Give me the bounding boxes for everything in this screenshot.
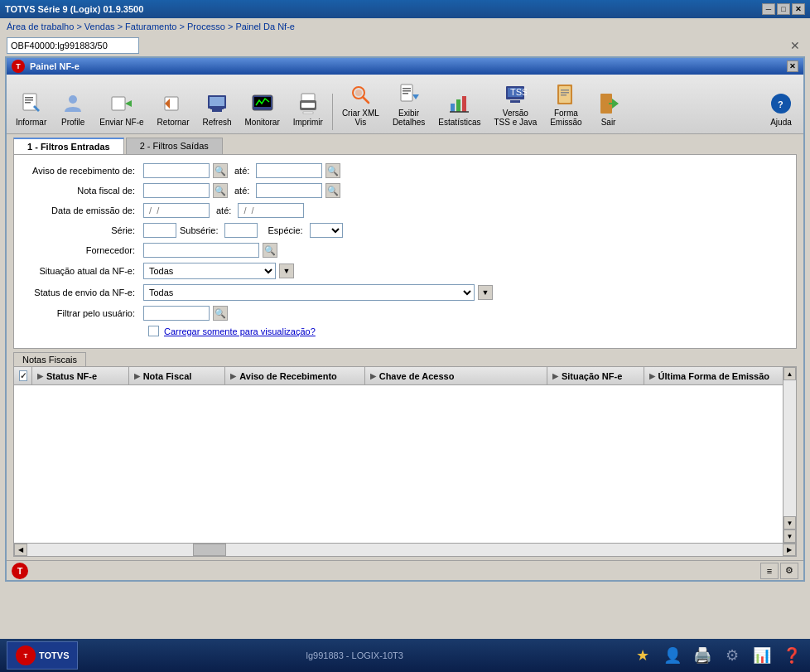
- informar-button[interactable]: Informar: [10, 87, 52, 130]
- svg-rect-25: [403, 90, 411, 92]
- aviso-recebimento-ate-search[interactable]: 🔍: [325, 163, 340, 178]
- imprimir-button[interactable]: Imprimir: [287, 87, 329, 130]
- nota-fiscal-ate-search[interactable]: 🔍: [325, 183, 340, 198]
- svg-rect-38: [561, 89, 569, 91]
- taskbar-icon-1[interactable]: 👤: [661, 644, 684, 667]
- situacao-row: Situação atual da NF-e: Todas Autorizada…: [24, 263, 786, 279]
- sair-button[interactable]: Sair: [590, 87, 628, 130]
- nota-fiscal-de-search[interactable]: 🔍: [213, 183, 228, 198]
- scroll-right-btn[interactable]: ▶: [783, 544, 796, 556]
- nota-fiscal-de-input[interactable]: [143, 183, 210, 198]
- main-window: T Painel NF-e ✕ Informar: [5, 56, 805, 582]
- nota-fiscal-label: Nota fiscal de:: [24, 186, 140, 196]
- tab-filtros-entradas[interactable]: 1 - Filtros Entradas: [13, 138, 124, 154]
- scroll-down-btn[interactable]: ▼: [783, 516, 796, 529]
- refresh-button[interactable]: Refresh: [197, 87, 238, 130]
- exibir-detalhes-button[interactable]: ExibirDetalhes: [387, 78, 431, 130]
- aviso-recebimento-label: Aviso de recebimento de:: [24, 166, 140, 176]
- situacao-select[interactable]: Todas Autorizada Cancelada Denegada Inut…: [143, 263, 276, 279]
- window-controls: ─ □ ✕: [762, 3, 805, 15]
- ajuda-label: Ajuda: [770, 118, 792, 127]
- scroll-thumb-h[interactable]: [193, 544, 226, 556]
- serie-row: Série: Subsérie: Espécie:: [24, 223, 786, 238]
- data-emissao-de-input[interactable]: [143, 203, 210, 218]
- svg-point-22: [355, 89, 362, 96]
- scroll-track-h: [27, 544, 783, 556]
- tab-filtros-saidas[interactable]: 2 - Filtros Saídas: [126, 138, 223, 154]
- taskbar-start-btn[interactable]: T TOTVS: [7, 641, 78, 670]
- retornar-button[interactable]: Retornar: [152, 87, 195, 130]
- col-situacao-nfe[interactable]: ▶ Situação NF-e: [547, 367, 644, 384]
- filtrar-usuario-input[interactable]: [143, 306, 210, 321]
- scroll-down-btn2[interactable]: ▼: [783, 529, 796, 543]
- status-envio-dropdown-btn[interactable]: ▼: [478, 285, 493, 300]
- refresh-label: Refresh: [203, 118, 232, 127]
- situacao-label: Situação atual da NF-e:: [24, 266, 140, 276]
- col-chave-acesso[interactable]: ▶ Chave de Acesso: [365, 367, 547, 384]
- serie-label: Série:: [24, 225, 140, 235]
- maximize-btn[interactable]: □: [777, 3, 790, 15]
- situacao-dropdown-btn[interactable]: ▼: [279, 263, 294, 278]
- select-all-checkbox[interactable]: [19, 370, 27, 381]
- aviso-recebimento-de-input[interactable]: [143, 163, 210, 178]
- toolbar-separator-1: [332, 94, 333, 130]
- notas-fiscais-header: Notas Fiscais: [13, 352, 86, 366]
- status-envio-label: Status de envio da NF-e:: [24, 288, 140, 297]
- taskbar-icon-4[interactable]: 📊: [750, 644, 774, 667]
- aviso-recebimento-de-search[interactable]: 🔍: [213, 163, 228, 178]
- criar-xml-button[interactable]: Criar XMLVis: [336, 78, 385, 130]
- nota-ate-label: até:: [234, 186, 249, 196]
- svg-point-5: [69, 95, 77, 104]
- especie-select[interactable]: [310, 223, 343, 238]
- criar-xml-icon: [347, 81, 374, 108]
- monitorar-button[interactable]: Monitorar: [239, 87, 286, 130]
- horizontal-scrollbar[interactable]: ◀ ▶: [14, 543, 796, 556]
- nota-fiscal-ate-input[interactable]: [256, 183, 322, 198]
- criar-xml-label: Criar XMLVis: [342, 109, 379, 127]
- status-right-btns: ≡ ⚙: [760, 563, 798, 579]
- ajuda-icon: ?: [768, 90, 794, 117]
- col-status-nfe[interactable]: ▶ Status NF-e: [32, 367, 129, 384]
- forma-emissao-button[interactable]: FormaEmissão: [544, 78, 587, 130]
- subserie-input[interactable]: [224, 223, 258, 238]
- status-envio-select[interactable]: Todas Enviado Não Enviado Rejeitado: [143, 284, 475, 301]
- estatisticas-button[interactable]: Estatísticas: [432, 87, 486, 130]
- table-body: [14, 385, 796, 543]
- fornecedor-input[interactable]: [143, 243, 259, 258]
- tab-input[interactable]: [7, 37, 139, 54]
- aviso-recebimento-ate-input[interactable]: [256, 163, 322, 178]
- fornecedor-row: Fornecedor: 🔍: [24, 243, 786, 258]
- tab-close-btn[interactable]: ✕: [787, 39, 803, 52]
- star-icon[interactable]: ★: [631, 644, 654, 667]
- scroll-up-btn[interactable]: ▲: [783, 367, 796, 380]
- panel-title: Painel NF-e: [30, 61, 80, 71]
- close-btn[interactable]: ✕: [792, 3, 805, 15]
- status-btn-2[interactable]: ⚙: [780, 563, 798, 579]
- scroll-left-btn[interactable]: ◀: [14, 544, 27, 556]
- carregar-visualizacao-checkbox[interactable]: [148, 326, 159, 336]
- serie-input[interactable]: [143, 223, 176, 238]
- filtrar-usuario-search[interactable]: 🔍: [213, 306, 228, 321]
- exibir-detalhes-label: ExibirDetalhes: [393, 109, 425, 127]
- fornecedor-search[interactable]: 🔍: [263, 243, 277, 258]
- vertical-scrollbar[interactable]: ▲ ▼ ▼: [783, 367, 796, 543]
- status-btn-1[interactable]: ≡: [760, 563, 779, 579]
- minimize-btn[interactable]: ─: [762, 3, 775, 15]
- profile-button[interactable]: Profile: [54, 87, 92, 130]
- taskbar-icon-5[interactable]: ❓: [780, 644, 803, 667]
- col-ultima-forma[interactable]: ▶ Última Forma de Emissão: [644, 367, 783, 384]
- data-emissao-ate-input[interactable]: [238, 203, 304, 218]
- taskbar-icon-2[interactable]: 🖨️: [691, 644, 714, 667]
- versao-tss-button[interactable]: TSS VersãoTSS e Java: [489, 78, 543, 130]
- window-close-btn[interactable]: ✕: [787, 60, 798, 72]
- enviar-nfe-button[interactable]: Enviar NF-e: [94, 87, 149, 130]
- col-aviso-recebimento[interactable]: ▶ Aviso de Recebimento: [225, 367, 364, 384]
- col-nota-fiscal[interactable]: ▶ Nota Fiscal: [129, 367, 226, 384]
- svg-rect-39: [561, 92, 569, 94]
- carregar-visualizacao-label[interactable]: Carregar somente para visualização?: [164, 326, 316, 336]
- svg-rect-29: [456, 99, 460, 112]
- ajuda-button[interactable]: ? Ajuda: [762, 87, 800, 130]
- table-check-header: [14, 367, 32, 384]
- taskbar-icon-3[interactable]: ⚙: [721, 644, 744, 667]
- totvs-status-icon: T: [12, 563, 28, 579]
